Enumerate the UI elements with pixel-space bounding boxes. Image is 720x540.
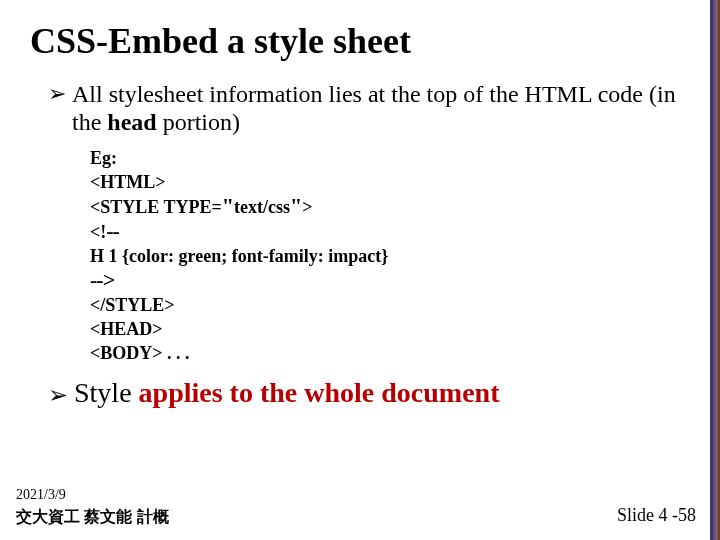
quote-open: "	[222, 193, 234, 218]
code-line-2: <HTML>	[90, 170, 700, 194]
slide-number: Slide 4 -58	[617, 505, 696, 526]
footer-author: 交大資工 蔡文能 計概	[16, 507, 700, 528]
code-line-5: H 1 {color: green; font-family: impact}	[90, 244, 700, 268]
code-l3a: <STYLE TYPE=	[90, 197, 222, 217]
arrow-icon: ➢	[48, 80, 66, 108]
code-line-8: <HEAD>	[90, 317, 700, 341]
bullet-1-text: All stylesheet information lies at the t…	[72, 80, 700, 136]
bullet-2-text: Style applies to the whole document	[74, 379, 499, 407]
code-line-1: Eg:	[90, 146, 700, 170]
bullet-1-post: portion)	[157, 109, 240, 135]
bullet-1-bold: head	[107, 109, 156, 135]
code-l4a: <!	[90, 222, 106, 242]
decorative-stripe	[710, 0, 720, 540]
bullet-1: ➢ All stylesheet information lies at the…	[48, 80, 700, 136]
code-line-4: <!--	[90, 219, 700, 244]
code-line-9: <BODY> . . .	[90, 341, 700, 365]
bullet-2-bold: applies to the whole document	[139, 377, 500, 408]
code-l4b: --	[106, 218, 119, 243]
code-example: Eg: <HTML> <STYLE TYPE="text/css"> <!-- …	[90, 146, 700, 365]
code-line-3: <STYLE TYPE="text/css">	[90, 194, 700, 219]
arrow-icon: ➢	[48, 379, 68, 411]
code-line-7: </STYLE>	[90, 293, 700, 317]
quote-close: "	[290, 193, 302, 218]
code-l6: -->	[90, 267, 114, 292]
footer: 2021/3/9 交大資工 蔡文能 計概	[16, 487, 700, 528]
code-l3c: >	[302, 197, 312, 217]
code-line-6: -->	[90, 268, 700, 293]
slide-content: CSS-Embed a style sheet ➢ All stylesheet…	[30, 20, 700, 421]
bullet-2: ➢ Style applies to the whole document	[48, 379, 700, 411]
bullet-2-pre: Style	[74, 377, 139, 408]
code-l3b: text/css	[234, 197, 290, 217]
footer-date: 2021/3/9	[16, 487, 700, 503]
slide-title: CSS-Embed a style sheet	[30, 20, 700, 62]
